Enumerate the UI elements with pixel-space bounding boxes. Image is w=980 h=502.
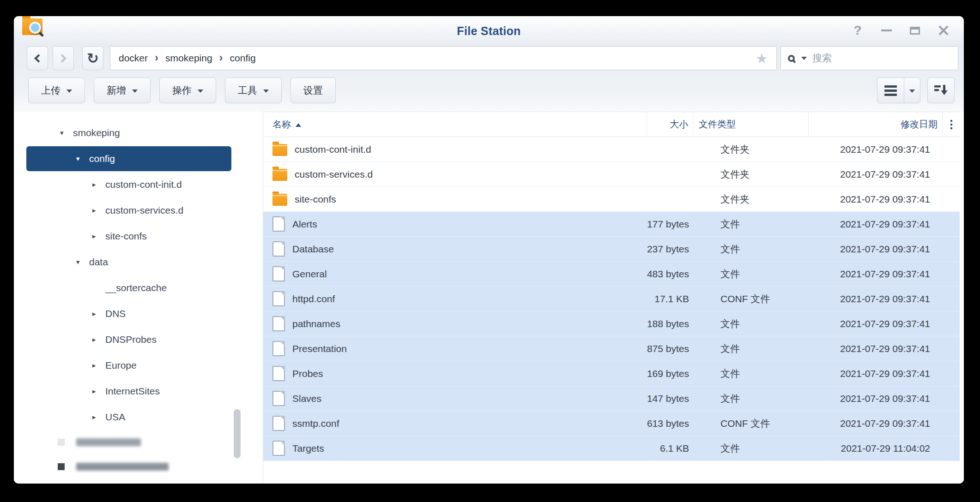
dropdown-caret-icon <box>67 90 72 93</box>
minimize-icon[interactable] <box>879 23 894 38</box>
sidebar-tree-item[interactable]: ▾ config <box>26 146 231 171</box>
cell-name: Presentation <box>263 341 647 356</box>
cell-name: site-confs <box>263 193 647 206</box>
sidebar-tree-item[interactable]: __sortercache <box>14 275 263 301</box>
sort-ascending-icon <box>296 123 301 127</box>
search-options-caret-icon[interactable] <box>801 57 807 60</box>
tree-caret-icon[interactable]: ▸ <box>92 232 105 240</box>
file-icon <box>272 316 285 331</box>
file-name: Probes <box>292 368 323 379</box>
file-row[interactable]: httpd.conf 17.1 KB CONF 文件 2021-07-29 09… <box>263 287 960 311</box>
sidebar-scrollbar-thumb[interactable] <box>234 409 241 458</box>
file-name: Database <box>292 244 334 255</box>
breadcrumb-item-smokeping[interactable]: smokeping <box>165 53 212 64</box>
tree-caret-icon[interactable]: ▸ <box>92 387 105 395</box>
table-body: custom-cont-init.d 文件夹 2021-07-29 09:37:… <box>263 137 960 461</box>
cell-date: 2021-07-29 09:37:41 <box>808 393 942 404</box>
view-mode-caret-button[interactable] <box>904 78 920 103</box>
forward-button[interactable] <box>53 46 74 70</box>
file-row[interactable]: Targets 6.1 KB 文件 2021-07-29 11:04:02 <box>263 436 960 461</box>
file-name: ssmtp.conf <box>292 418 339 429</box>
cell-size: 483 bytes <box>647 269 693 280</box>
file-row[interactable]: site-confs 文件夹 2021-07-29 09:37:41 <box>263 187 960 212</box>
help-icon[interactable]: ? <box>850 23 865 38</box>
tools-button[interactable]: 工具 <box>225 78 282 103</box>
sidebar-tree-item[interactable]: ▾ smokeping <box>14 120 263 146</box>
breadcrumb-item-config[interactable]: config <box>230 53 256 64</box>
column-header-type[interactable]: 文件类型 <box>693 112 808 137</box>
file-row[interactable]: custom-services.d 文件夹 2021-07-29 09:37:4… <box>263 162 960 187</box>
window-controls: ? <box>850 23 951 38</box>
column-header-name[interactable]: 名称 <box>263 112 647 137</box>
sidebar-tree-item[interactable]: ▸ InternetSites <box>14 378 263 404</box>
tree-caret-icon[interactable]: ▾ <box>76 155 89 163</box>
table-header: 名称 大小 文件类型 修改日期 <box>263 112 960 137</box>
cell-date: 2021-07-29 09:37:41 <box>808 144 942 155</box>
cell-name: ssmtp.conf <box>263 416 647 431</box>
sidebar-tree-item[interactable]: ▸ custom-cont-init.d <box>14 172 263 197</box>
tree-caret-icon[interactable]: ▸ <box>92 335 105 344</box>
file-row[interactable]: custom-cont-init.d 文件夹 2021-07-29 09:37:… <box>263 137 960 162</box>
breadcrumb-item-docker[interactable]: docker <box>119 53 148 64</box>
cell-type: 文件 <box>693 243 808 256</box>
sort-button[interactable] <box>927 78 955 103</box>
back-button[interactable] <box>27 46 48 70</box>
tree-item-label: DNS <box>105 308 126 319</box>
cell-size: 613 bytes <box>647 418 693 429</box>
column-header-size-label: 大小 <box>670 118 688 131</box>
column-header-date[interactable]: 修改日期 <box>808 112 942 137</box>
tree-caret-icon[interactable]: ▸ <box>92 413 105 421</box>
action-button[interactable]: 操作 <box>159 78 216 103</box>
sidebar-tree-item[interactable]: ▸ site-confs <box>14 223 263 249</box>
redacted-label <box>76 463 169 471</box>
list-view-button[interactable] <box>877 78 904 103</box>
cell-type: 文件夹 <box>693 193 808 206</box>
folder-icon <box>272 169 287 181</box>
file-icon <box>272 441 285 456</box>
sidebar-tree-item[interactable]: ▾ data <box>14 249 263 275</box>
settings-button[interactable]: 设置 <box>290 78 336 103</box>
file-icon <box>272 341 285 356</box>
file-name: httpd.conf <box>292 293 335 305</box>
refresh-button[interactable]: ↻ <box>82 46 103 70</box>
tree-caret-icon[interactable]: ▸ <box>92 361 105 370</box>
sidebar-tree-item[interactable]: ▸ DNSProbes <box>14 327 263 353</box>
tree-caret-icon[interactable]: ▸ <box>92 310 105 318</box>
file-row[interactable]: ssmtp.conf 613 bytes CONF 文件 2021-07-29 … <box>263 411 960 436</box>
file-row[interactable]: Slaves 147 bytes 文件 2021-07-29 09:37:41 <box>263 386 960 411</box>
tree-caret-icon[interactable]: ▾ <box>76 258 89 266</box>
column-options-button[interactable] <box>942 112 960 137</box>
tree-caret-icon[interactable]: ▾ <box>60 129 73 137</box>
vertical-dots-icon <box>950 120 952 129</box>
cell-date: 2021-07-29 09:37:41 <box>808 219 942 230</box>
file-row[interactable]: pathnames 188 bytes 文件 2021-07-29 09:37:… <box>263 311 960 336</box>
close-icon[interactable] <box>936 23 951 38</box>
search-input[interactable] <box>812 53 951 64</box>
file-row[interactable]: Presentation 875 bytes 文件 2021-07-29 09:… <box>263 336 960 361</box>
upload-button[interactable]: 上传 <box>28 78 85 103</box>
tree-caret-icon[interactable]: ▸ <box>92 206 105 215</box>
tree-caret-icon[interactable]: ▸ <box>92 180 105 189</box>
sidebar-tree-item[interactable]: ▸ DNS <box>14 301 263 327</box>
sidebar-tree-item[interactable]: ▸ USA <box>14 404 263 430</box>
cell-size: 237 bytes <box>647 244 693 255</box>
column-header-size[interactable]: 大小 <box>647 112 693 137</box>
sidebar-tree-item-redacted[interactable] <box>14 454 263 479</box>
sidebar-tree-item-redacted[interactable] <box>14 430 263 454</box>
file-row[interactable]: Probes 169 bytes 文件 2021-07-29 09:37:41 <box>263 361 960 386</box>
cell-date: 2021-07-29 09:37:41 <box>808 318 942 329</box>
chevron-right-icon <box>58 54 66 62</box>
column-header-type-label: 文件类型 <box>699 118 736 131</box>
file-row[interactable]: Alerts 177 bytes 文件 2021-07-29 09:37:41 <box>263 212 960 237</box>
sidebar-tree-item[interactable]: ▸ Europe <box>14 353 263 378</box>
file-row[interactable]: General 483 bytes 文件 2021-07-29 09:37:41 <box>263 262 960 287</box>
file-row[interactable]: Database 237 bytes 文件 2021-07-29 09:37:4… <box>263 237 960 262</box>
favorite-star-icon[interactable]: ★ <box>756 50 768 66</box>
create-button[interactable]: 新增 <box>94 78 151 103</box>
tree-item-label: config <box>89 153 115 164</box>
sidebar-tree-item[interactable]: ▸ custom-services.d <box>14 197 263 223</box>
window-title: File Station <box>14 24 964 38</box>
maximize-icon[interactable] <box>907 23 922 38</box>
cell-type: 文件 <box>693 392 808 405</box>
create-button-label: 新增 <box>107 84 126 97</box>
